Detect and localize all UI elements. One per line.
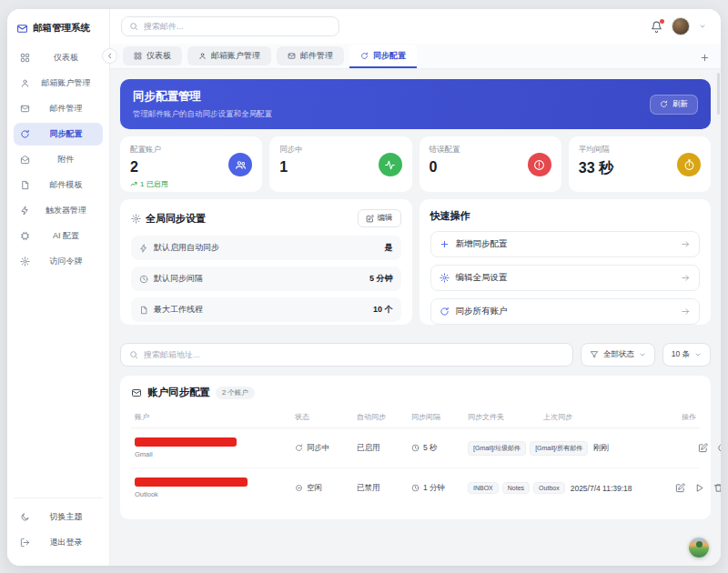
arrow-right-icon — [681, 307, 691, 317]
content: 同步配置管理 管理邮件账户的自动同步设置和全局配置 刷新 配置账户 2 1 已启… — [110, 69, 721, 566]
folder-tag: [Gmail]/所有邮件 — [530, 441, 588, 456]
refresh-icon — [660, 100, 668, 108]
stat-card-error-configs: 错误配置 0 — [420, 136, 561, 192]
clock-icon — [139, 275, 148, 284]
delete-icon[interactable] — [713, 483, 721, 493]
folders-cell: [Gmail]/垃圾邮件 [Gmail]/所有邮件 — [468, 441, 588, 456]
folder-tag: Notes — [502, 482, 530, 494]
arrow-right-icon — [681, 239, 691, 249]
notification-dot — [660, 19, 664, 24]
refresh-icon[interactable] — [717, 443, 721, 453]
sidebar-item-triggers[interactable]: 触发器管理 — [14, 199, 103, 222]
status-cell: 同步中 — [295, 443, 351, 454]
mail-icon — [288, 52, 296, 60]
quick-actions-panel: 快速操作 新增同步配置 编辑全局设置 同步所有账户 — [420, 199, 712, 325]
sidebar-item-templates[interactable]: 邮件模板 — [14, 174, 103, 196]
mailbox-search-input[interactable] — [144, 350, 564, 359]
table-title: 账户同步配置 — [147, 386, 210, 399]
table-header-row: 账户 状态 自动同步 同步间隔 同步文件夹 上次同步 操作 — [131, 408, 700, 428]
quick-action-sync-all-accounts[interactable]: 同步所有账户 — [430, 298, 701, 325]
account-cell: Gmail — [135, 437, 289, 458]
table-row: Gmail 同步中 已启用 5 秒 [Gmail]/垃圾邮件 [Gmail]/所… — [131, 428, 700, 468]
sidebar-item-ai-config[interactable]: AI 配置 — [14, 225, 103, 247]
mailbox-search — [120, 343, 573, 367]
trend-up-icon — [130, 181, 137, 188]
sync-icon — [360, 52, 369, 60]
auto-sync-cell: 已禁用 — [357, 483, 406, 494]
sidebar-item-mail[interactable]: 邮件管理 — [14, 97, 103, 120]
alert-icon — [528, 153, 551, 176]
play-icon[interactable] — [694, 483, 704, 493]
topbar-right — [651, 17, 706, 35]
scrollbar[interactable] — [717, 73, 720, 115]
quick-action-edit-global-settings[interactable]: 编辑全局设置 — [430, 265, 701, 291]
tab-dashboard[interactable]: 仪表板 — [123, 46, 182, 65]
page-banner: 同步配置管理 管理邮件账户的自动同步设置和全局配置 刷新 — [120, 79, 711, 129]
tab-sync-config[interactable]: 同步配置 — [349, 45, 417, 68]
edit-global-settings-button[interactable]: 编辑 — [358, 209, 401, 227]
account-count-badge: 2 个账户 — [216, 387, 255, 399]
account-sync-table-card: 账户同步配置 2 个账户 账户 状态 自动同步 同步间隔 同步文件夹 上次同步 … — [120, 376, 711, 519]
grid-icon — [20, 53, 30, 63]
folders-cell: INBOX Notes Outbox — [468, 482, 565, 494]
sync-icon — [20, 129, 30, 139]
setting-row-sync-interval: 默认同步间隔 5 分钟 — [131, 266, 401, 291]
notifications-button[interactable] — [651, 21, 662, 33]
grid-icon — [134, 52, 142, 60]
panel-title: 全局同步设置 — [146, 212, 206, 226]
theme-toggle-button[interactable]: 切换主题 — [14, 506, 103, 528]
activity-icon — [379, 153, 402, 176]
logout-button[interactable]: 退出登录 — [14, 531, 103, 554]
plus-icon — [440, 239, 450, 249]
interval-cell: 5 秒 — [411, 443, 462, 454]
panels-row: 全局同步设置 编辑 默认启用自动同步 是 默认同步间 — [120, 199, 711, 325]
edit-icon[interactable] — [675, 483, 685, 493]
sidebar-collapse-button[interactable] — [102, 48, 117, 64]
mail-logo-icon — [16, 23, 28, 35]
auto-sync-cell: 已启用 — [357, 443, 406, 454]
sidebar: 邮箱管理系统 仪表板 邮箱账户管理 邮件管理 同步配置 附件 — [7, 9, 110, 566]
lightning-icon — [139, 244, 148, 253]
gear-icon — [440, 273, 450, 283]
folder-tag: INBOX — [468, 482, 499, 494]
clock-icon — [411, 444, 420, 452]
user-icon — [198, 52, 207, 60]
idle-icon — [295, 484, 303, 492]
page-size-dropdown[interactable]: 10 条 — [662, 343, 711, 367]
sidebar-nav: 仪表板 邮箱账户管理 邮件管理 同步配置 附件 邮件模板 — [14, 46, 103, 276]
sidebar-item-attachments[interactable]: 附件 — [14, 148, 103, 171]
folder-tag: Outbox — [533, 482, 565, 494]
sidebar-item-access-tokens[interactable]: 访问令牌 — [14, 250, 103, 273]
chip-icon — [20, 231, 30, 241]
add-tab-button[interactable] — [700, 53, 710, 63]
global-search-input[interactable] — [144, 22, 331, 31]
funnel-icon — [590, 350, 599, 359]
avatar[interactable] — [672, 17, 690, 35]
last-sync-cell: 刚刚 — [593, 443, 681, 454]
tab-mail[interactable]: 邮件管理 — [277, 46, 344, 65]
tab-accounts[interactable]: 邮箱账户管理 — [187, 46, 271, 65]
template-icon — [139, 306, 148, 315]
sidebar-item-dashboard[interactable]: 仪表板 — [14, 46, 103, 69]
quick-action-add-sync-config[interactable]: 新增同步配置 — [430, 231, 701, 257]
redacted-email — [135, 437, 237, 447]
main-area: 仪表板 邮箱账户管理 邮件管理 同步配置 同步配置管理 管理邮件账 — [110, 9, 721, 566]
clock-icon — [411, 484, 420, 492]
setting-row-auto-sync: 默认启用自动同步 是 — [131, 236, 401, 260]
refresh-button[interactable]: 刷新 — [650, 95, 698, 115]
chevron-down-icon[interactable] — [699, 23, 706, 30]
arrow-right-icon — [681, 273, 691, 283]
actions-cell — [686, 443, 721, 453]
edit-icon[interactable] — [698, 443, 708, 453]
gear-icon — [20, 256, 30, 266]
chevron-down-icon — [639, 351, 646, 358]
topbar — [110, 9, 721, 44]
sidebar-item-sync-config[interactable]: 同步配置 — [14, 123, 103, 146]
sidebar-item-accounts[interactable]: 邮箱账户管理 — [14, 72, 103, 95]
app-title: 邮箱管理系统 — [33, 22, 90, 35]
app-window: 邮箱管理系统 仪表板 邮箱账户管理 邮件管理 同步配置 附件 — [7, 9, 721, 566]
last-sync-cell: 2025/7/4 11:39:18 — [571, 484, 658, 493]
stats-row: 配置账户 2 1 已启用 同步中 1 错误配置 0 — [120, 136, 711, 192]
floating-widget-button[interactable] — [689, 538, 709, 558]
status-filter-dropdown[interactable]: 全部状态 — [581, 343, 655, 367]
